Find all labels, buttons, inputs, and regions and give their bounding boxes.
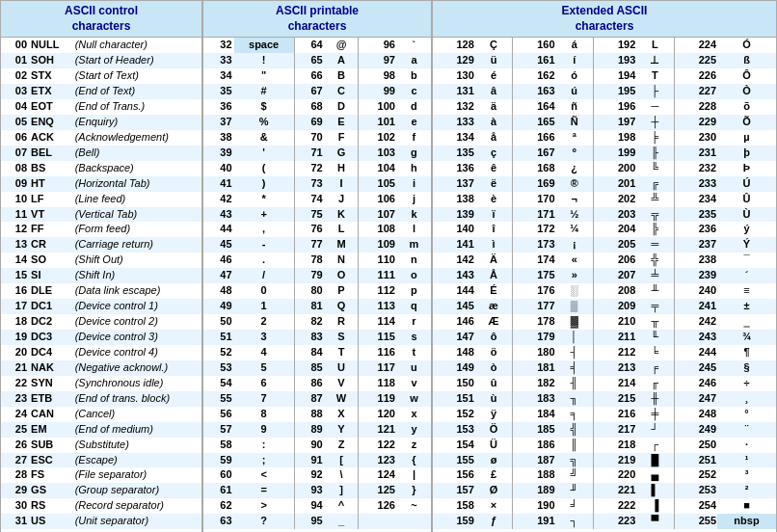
- code-number: 204: [593, 222, 636, 237]
- code-number: 253: [674, 483, 717, 498]
- extended-char: ª: [556, 130, 594, 146]
- code-number: 109: [359, 237, 397, 253]
- table-row: 14 SO (Shift Out): [1, 253, 201, 268]
- table-row: 53 5 85 U 117 u: [203, 360, 431, 376]
- extended-char: ¨: [717, 422, 776, 438]
- extended-char: ╞: [636, 130, 674, 146]
- code-number: 29: [1, 483, 29, 498]
- table-row: 142 Ä 174 « 206 ╬ 238 ¯: [433, 253, 776, 268]
- code-number: 99: [359, 84, 397, 99]
- printable-char: *: [234, 192, 295, 207]
- extended-char: ╫: [636, 391, 674, 407]
- table-row: 05 ENQ (Enquiry): [1, 115, 201, 130]
- printable-char: :: [234, 438, 295, 453]
- table-row: 02 STX (Start of Text): [1, 68, 201, 84]
- code-number: 153: [433, 422, 475, 438]
- code-number: 04: [1, 99, 29, 115]
- table-row: 24 CAN (Cancel): [1, 407, 201, 422]
- code-name: ENQ: [29, 115, 73, 130]
- code-name: BEL: [29, 146, 73, 161]
- table-row: 136 ê 168 ¿ 200 ╚ 232 Þ: [433, 161, 776, 176]
- code-number: 73: [294, 176, 325, 192]
- code-number: 254: [674, 498, 717, 514]
- code-description: (Null character): [73, 38, 201, 53]
- extended-ascii-section: Extended ASCIIcharacters 128 Ç 160 á 192…: [432, 0, 777, 532]
- table-row: 146 Æ 178 ▓ 210 ╥ 242 ‗: [433, 314, 776, 330]
- code-number: 30: [1, 498, 29, 514]
- printable-char: J: [325, 192, 359, 207]
- code-number: 163: [513, 84, 556, 99]
- code-number: 108: [359, 222, 397, 237]
- code-number: 82: [294, 314, 325, 330]
- printable-char: +: [234, 207, 295, 223]
- printable-char: n: [397, 253, 431, 268]
- printable-char: ~: [397, 498, 431, 514]
- printable-char: z: [397, 438, 431, 453]
- code-description: (Form feed): [73, 222, 201, 237]
- code-number: 245: [674, 360, 717, 376]
- code-number: 13: [1, 237, 29, 253]
- table-row: 26 SUB (Substitute): [1, 438, 201, 453]
- code-number: 226: [674, 68, 717, 84]
- code-number: 35: [203, 84, 234, 99]
- extended-char: ■: [717, 498, 776, 514]
- table-row: 144 É 176 ░ 208 ╨ 240 ≡: [433, 283, 776, 299]
- code-description: (Group separator): [73, 483, 201, 498]
- extended-char: ³: [717, 467, 776, 483]
- code-name: DLE: [29, 283, 73, 299]
- table-row: 149 ò 181 ╡ 213 ╒ 245 §: [433, 360, 776, 376]
- printable-char: a: [397, 53, 431, 68]
- printable-char: {: [397, 453, 431, 468]
- code-number: 65: [294, 53, 325, 68]
- printable-char: 3: [234, 330, 295, 345]
- code-number: 12: [1, 222, 29, 237]
- printable-char: O: [325, 268, 359, 283]
- code-number: 149: [433, 360, 475, 376]
- code-description: (Substitute): [73, 438, 201, 453]
- code-number: 111: [359, 268, 397, 283]
- code-number: 115: [359, 330, 397, 345]
- code-name: STX: [29, 68, 73, 84]
- code-number: 166: [513, 130, 556, 146]
- extended-char: Õ: [717, 115, 776, 130]
- extended-char: Å: [475, 268, 513, 283]
- extended-char: ╛: [556, 498, 594, 514]
- extended-char: ╬: [636, 253, 674, 268]
- printable-char: #: [234, 84, 295, 99]
- table-row: 03 ETX (End of Text): [1, 84, 201, 99]
- table-row: 58 : 90 Z 122 z: [203, 438, 431, 453]
- extended-char: ▌: [636, 483, 674, 498]
- extended-char: Ò: [717, 84, 776, 99]
- code-name: BS: [29, 161, 73, 176]
- extended-char: ─: [636, 99, 674, 115]
- code-number: 02: [1, 68, 29, 84]
- printable-char: H: [325, 161, 359, 176]
- code-number: 103: [359, 146, 397, 161]
- printable-char: 5: [234, 360, 295, 376]
- code-number: 243: [674, 330, 717, 345]
- extended-char: │: [556, 330, 594, 345]
- printable-char: D: [325, 99, 359, 115]
- code-number: 200: [593, 161, 636, 176]
- extended-char: ±: [717, 299, 776, 314]
- code-number: 14: [1, 253, 29, 268]
- code-number: 105: [359, 176, 397, 192]
- code-name: CAN: [29, 407, 73, 422]
- code-name: ESC: [29, 453, 73, 468]
- table-row: 141 ì 173 ¡ 205 ═ 237 Ý: [433, 237, 776, 253]
- printable-char: M: [325, 237, 359, 253]
- code-number: 176: [513, 283, 556, 299]
- extended-char: ¹: [717, 453, 776, 468]
- extended-char: ¯: [717, 253, 776, 268]
- code-number: 126: [359, 498, 397, 514]
- extended-char: ┤: [556, 345, 594, 360]
- extended-char: °: [717, 407, 776, 422]
- extended-char: ╨: [636, 283, 674, 299]
- printable-char: A: [325, 53, 359, 68]
- code-description: (Start of Text): [73, 68, 201, 84]
- printable-char: 9: [234, 422, 295, 438]
- code-number: 121: [359, 422, 397, 438]
- printable-char: >: [234, 498, 295, 514]
- code-number: 41: [203, 176, 234, 192]
- code-description: (Carriage return): [73, 237, 201, 253]
